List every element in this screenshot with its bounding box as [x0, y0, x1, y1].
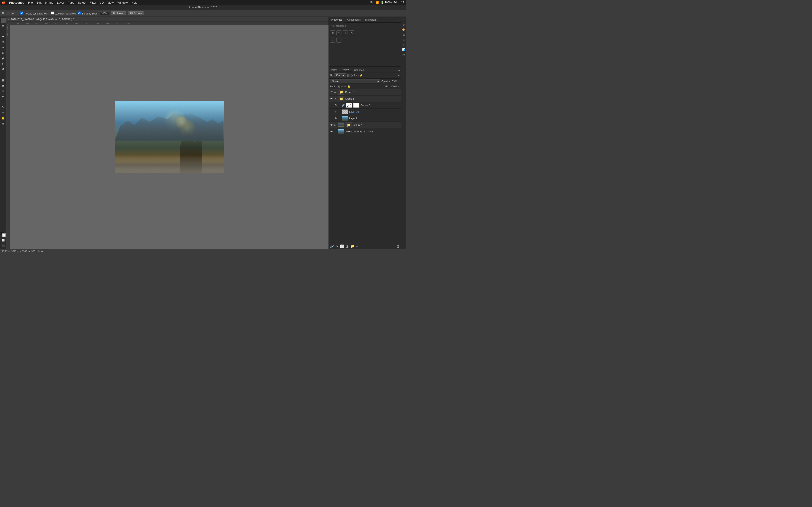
fill-chevron[interactable]: ▾ — [398, 85, 400, 88]
props-icon-snap[interactable]: ✦ — [330, 38, 335, 43]
layer-item[interactable]: 👁 Layer 10 — [329, 109, 401, 115]
menu-window[interactable]: Window — [117, 1, 128, 4]
add-mask-btn[interactable]: ⬜ — [340, 244, 344, 248]
layer-item[interactable]: 👁 Layer 9 — [329, 115, 401, 122]
zoom-tool[interactable]: ⊕ — [1, 121, 6, 126]
gradient-tool[interactable]: ▦ — [1, 77, 6, 82]
path-selection-tool[interactable]: ↖ — [1, 105, 6, 110]
zoom-all-checkbox-label[interactable]: Zoom All Windows — [51, 11, 76, 15]
zoom-percent-input[interactable] — [100, 11, 109, 15]
canvas-viewport[interactable]: 200 400 600 800 1000 1200 1400 1600 1800… — [10, 22, 328, 249]
layer-item[interactable]: 👁 20161029.144615-2.CR2 — [329, 128, 401, 135]
hist-icon-btn[interactable]: 📊 — [402, 48, 406, 52]
tab-layers[interactable]: Layers — [340, 67, 352, 72]
add-style-btn[interactable]: fx — [336, 244, 338, 248]
swatches-icon-btn[interactable]: ▦ — [402, 33, 406, 37]
tab-histogram[interactable]: Histogram — [363, 17, 379, 22]
screen-mode-tool[interactable]: ⬛ — [1, 243, 6, 248]
lasso-tool[interactable]: ⌇ — [1, 29, 6, 34]
props-icon-ai[interactable]: AI — [337, 30, 342, 35]
new-fill-btn[interactable]: ◑ — [346, 244, 348, 248]
resize-windows-checkbox-label[interactable]: Resize Windows to Fit — [20, 11, 49, 15]
layer-visibility-toggle[interactable]: 👁 — [334, 104, 337, 107]
tab-channels[interactable]: Channels — [352, 68, 367, 72]
props-icon-info[interactable]: ℹ — [337, 38, 342, 43]
props-icon-text[interactable]: ¶ — [343, 30, 348, 35]
filter-type-icon[interactable]: T — [354, 74, 355, 77]
layer-expand-btn[interactable]: ▼ — [334, 98, 337, 100]
scrubby-zoom-checkbox-label[interactable]: Scrubby Zoom — [78, 11, 98, 15]
lock-transparent-icon[interactable]: ▣ — [337, 85, 340, 88]
scrubby-zoom-checkbox[interactable] — [78, 11, 81, 14]
dodge-tool[interactable]: ○ — [1, 88, 6, 93]
eraser-tool[interactable]: ◻ — [1, 72, 6, 77]
arrow-icon[interactable]: ▶ — [42, 250, 43, 252]
doc-close-btn[interactable]: × — [8, 18, 9, 20]
opacity-chevron[interactable]: ▾ — [398, 80, 400, 83]
healing-brush-tool[interactable]: ⊕ — [1, 50, 6, 55]
canvas-image[interactable] — [115, 101, 223, 173]
marquee-tool[interactable]: ▭ — [1, 23, 6, 28]
delete-layer-btn[interactable]: 🗑 — [397, 244, 400, 248]
layers-panel-collapse[interactable]: ≡ — [397, 69, 401, 72]
layers-filter[interactable]: Kind — [334, 73, 346, 77]
layer-visibility-toggle[interactable]: 👁 — [334, 110, 337, 113]
menu-help[interactable]: Help — [132, 1, 138, 4]
menu-edit[interactable]: Edit — [37, 1, 42, 4]
new-group-btn[interactable]: 📁 — [350, 244, 354, 248]
filter-smart-icon[interactable]: ⚡ — [360, 74, 363, 77]
fill-value[interactable]: 100% — [391, 85, 397, 88]
text-tool[interactable]: T — [1, 99, 6, 104]
props-icon-type2[interactable]: A̲ — [349, 30, 354, 35]
pen-tool[interactable]: ✒ — [1, 94, 6, 99]
ai-icon-btn[interactable]: AI — [402, 53, 406, 57]
brush-tool[interactable]: 🖌 — [1, 56, 6, 61]
menu-filter[interactable]: Filter — [90, 1, 96, 4]
tab-paths[interactable]: Paths — [329, 68, 340, 72]
filter-toggle[interactable]: ● — [398, 74, 400, 77]
filter-adjustment-icon[interactable]: ◑ — [351, 74, 353, 77]
search-icon[interactable]: 🔍 — [370, 1, 373, 4]
menu-layer[interactable]: Layer — [57, 1, 64, 4]
move-tool[interactable]: ✛ — [1, 18, 6, 23]
props-icon-fx[interactable]: fx — [330, 30, 335, 35]
properties-icon-btn[interactable]: ≡ — [402, 18, 406, 22]
filter-pixel-icon[interactable]: ▤ — [347, 74, 350, 77]
quick-mask-tool[interactable]: ⬜ — [1, 238, 6, 243]
brush-settings-icon-btn[interactable]: 🖌 — [402, 23, 406, 27]
color-icon-btn[interactable]: 🎨 — [402, 27, 406, 32]
zoom-all-checkbox[interactable] — [51, 11, 54, 14]
crop-tool[interactable]: ⌗ — [1, 39, 6, 44]
layer-item[interactable]: 👁 ▶ 📁 Group 7 — [329, 122, 401, 128]
menu-file[interactable]: File — [28, 1, 33, 4]
tab-properties[interactable]: Properties — [329, 17, 345, 22]
lock-artboard-icon[interactable]: 🔒 — [347, 85, 351, 88]
layer-item[interactable]: 👁 ▼ 📁 Group 8 — [329, 96, 401, 102]
menu-image[interactable]: Image — [45, 1, 53, 4]
eyedropper-tool[interactable]: ✏ — [1, 45, 6, 50]
blur-tool[interactable]: ◉ — [1, 83, 6, 88]
panel-collapse-btn[interactable]: ≡ — [397, 19, 401, 22]
add-link-btn[interactable]: 🔗 — [330, 244, 334, 248]
lock-position-icon[interactable]: ⊕ — [344, 85, 346, 88]
layer-visibility-toggle[interactable]: 👁 — [334, 117, 337, 120]
new-layer-btn[interactable]: + — [356, 244, 358, 248]
fx-icon-btn[interactable]: fx — [402, 38, 406, 42]
layer-expand-btn[interactable]: ▶ — [334, 124, 337, 126]
zoom-in-icon[interactable]: + — [11, 12, 14, 15]
opacity-value[interactable]: 39% — [392, 80, 397, 82]
layer-visibility-toggle[interactable]: 👁 — [330, 91, 333, 94]
menu-select[interactable]: Select — [78, 1, 86, 4]
lock-image-icon[interactable]: ✏ — [341, 85, 343, 88]
menu-3d[interactable]: 3D — [100, 1, 104, 4]
blend-mode-select[interactable]: Screen — [330, 79, 380, 83]
filter-shape-icon[interactable]: ▭ — [356, 74, 359, 77]
fit-screen-button[interactable]: Fit Screen — [111, 11, 126, 15]
layer-expand-btn[interactable]: ▶ — [334, 91, 337, 94]
color-boxes[interactable] — [1, 232, 6, 237]
shape-tool[interactable]: ▭ — [1, 110, 6, 115]
layer-item[interactable]: 👁 🔗 Curves 3 — [329, 102, 401, 109]
app-name[interactable]: Photoshop — [9, 1, 24, 4]
resize-windows-checkbox[interactable] — [20, 11, 23, 14]
layer-visibility-toggle[interactable]: 👁 — [330, 123, 333, 126]
